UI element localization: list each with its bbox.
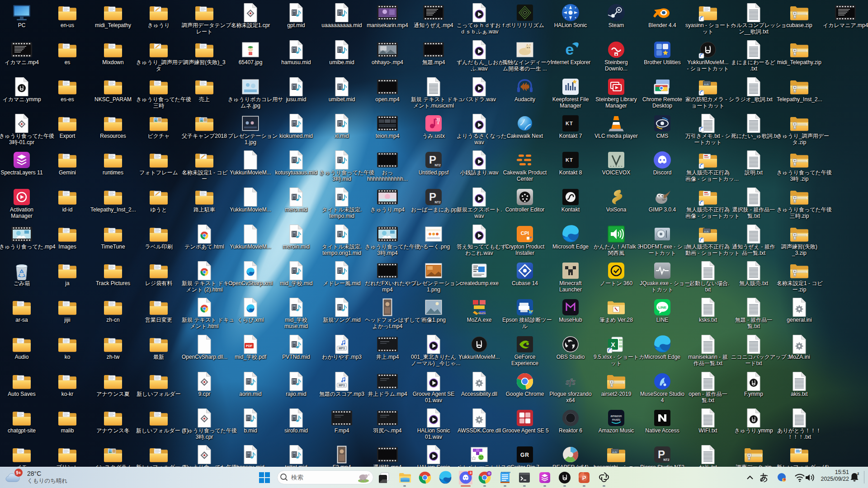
svg-text:music: music (612, 418, 621, 421)
svg-text:PDF: PDF (246, 344, 253, 347)
svg-text:NT2: NT2 (434, 164, 440, 167)
svg-text:KT: KT (566, 157, 573, 163)
svg-text:z: z (857, 471, 859, 476)
svg-text:X: X (611, 341, 615, 348)
svg-text:e: e (566, 41, 574, 58)
svg-text:GR: GR (520, 452, 529, 458)
svg-text:LINE: LINE (658, 305, 667, 310)
svg-text:3: 3 (470, 471, 472, 475)
svg-text:NT2: NT2 (663, 458, 669, 461)
svg-text:CPI: CPI (521, 230, 529, 236)
svg-text:MP3: MP3 (339, 347, 345, 350)
svg-text:MP3: MP3 (339, 384, 345, 387)
svg-text:MoZA: MoZA (478, 312, 486, 314)
svg-text:9+: 9+ (16, 470, 21, 475)
svg-text:amazon: amazon (611, 414, 622, 418)
svg-text:NT2: NT2 (434, 201, 440, 204)
svg-text:sfz: sfz (565, 377, 576, 386)
svg-text:KT: KT (566, 121, 573, 126)
